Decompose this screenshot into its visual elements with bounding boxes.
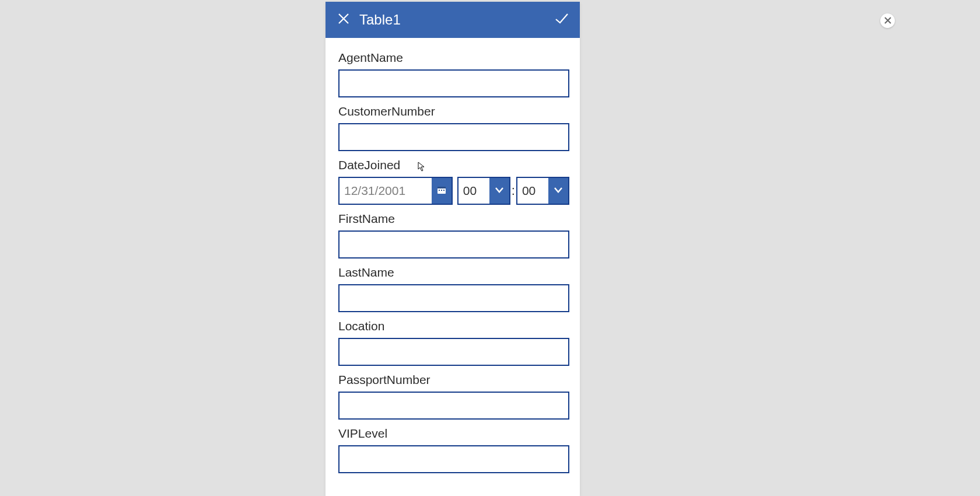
customernumber-input[interactable] — [338, 123, 569, 151]
edit-form-panel: Table1 AgentName CustomerNumber DateJoin… — [326, 2, 580, 496]
field-label: VIPLevel — [338, 427, 569, 441]
time-separator: : — [512, 177, 515, 205]
field-label: AgentName — [338, 51, 569, 65]
firstname-input[interactable] — [338, 230, 569, 259]
passportnumber-input[interactable] — [338, 392, 569, 420]
field-location: Location — [338, 319, 569, 366]
location-input[interactable] — [338, 338, 569, 366]
field-viplevel: VIPLevel — [338, 427, 569, 473]
svg-rect-2 — [439, 190, 440, 191]
field-passportnumber: PassportNumber — [338, 373, 569, 420]
hour-value: 00 — [459, 178, 489, 204]
checkmark-icon — [554, 11, 569, 29]
field-label: DateJoined — [338, 158, 569, 172]
chevron-down-icon — [494, 184, 505, 197]
form-header: Table1 — [326, 2, 580, 38]
close-dialog-button[interactable] — [880, 13, 895, 28]
minute-value: 00 — [517, 178, 548, 204]
svg-rect-3 — [441, 190, 442, 191]
field-firstname: FirstName — [338, 212, 569, 259]
date-value: 12/31/2001 — [340, 178, 432, 204]
field-lastname: LastName — [338, 266, 569, 312]
form-title: Table1 — [359, 12, 553, 28]
field-label: Location — [338, 319, 569, 333]
hour-picker[interactable]: 00 — [457, 177, 510, 205]
chevron-down-icon — [553, 184, 564, 197]
minute-dropdown-button[interactable] — [548, 178, 568, 204]
close-icon — [884, 16, 891, 26]
field-label: LastName — [338, 266, 569, 280]
lastname-input[interactable] — [338, 284, 569, 312]
field-datejoined: DateJoined 12/31/2001 00 — [338, 158, 569, 205]
field-customernumber: CustomerNumber — [338, 104, 569, 151]
submit-button[interactable] — [553, 11, 570, 29]
field-label: FirstName — [338, 212, 569, 226]
close-icon — [337, 12, 350, 27]
minute-picker[interactable]: 00 — [516, 177, 569, 205]
agentname-input[interactable] — [338, 69, 569, 97]
svg-rect-4 — [443, 190, 444, 191]
field-agentname: AgentName — [338, 51, 569, 97]
field-label: PassportNumber — [338, 373, 569, 387]
viplevel-input[interactable] — [338, 445, 569, 473]
date-row: 12/31/2001 00 : — [338, 177, 569, 205]
field-label: CustomerNumber — [338, 104, 569, 118]
svg-rect-1 — [438, 187, 446, 188]
date-picker[interactable]: 12/31/2001 — [338, 177, 453, 205]
cancel-button[interactable] — [335, 11, 352, 29]
calendar-icon — [437, 185, 446, 197]
form-body: AgentName CustomerNumber DateJoined 12/3… — [326, 38, 580, 496]
calendar-button[interactable] — [432, 178, 452, 204]
hour-dropdown-button[interactable] — [489, 178, 509, 204]
